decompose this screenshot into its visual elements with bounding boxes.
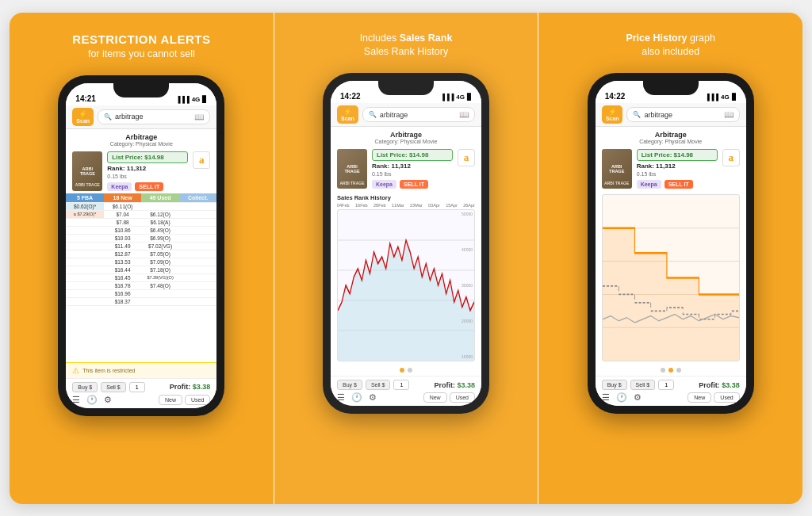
filter-icon-1[interactable]: ⚙ (104, 395, 112, 405)
product-area-1: Arbitrage Category: Physical Movie ARBIT… (66, 129, 216, 362)
cell: a $7.29(O)* (66, 211, 104, 218)
sell-button-2[interactable]: Sell $ (366, 380, 391, 390)
history-icon-1[interactable]: 🕐 (86, 395, 98, 405)
phone-3-notch (643, 81, 699, 95)
price-badge-2: List Price: $14.98 (372, 149, 453, 161)
product-info-2: List Price: $14.98 Rank: 11,312 0.15 lbs… (372, 149, 453, 189)
used-button-2[interactable]: Used (450, 392, 475, 403)
cell: $16.78 (104, 282, 142, 289)
table-row: $11.49 $7.02(VG) (66, 243, 216, 250)
cell: $12.87 (104, 250, 142, 258)
table-row: $10.93 $6.99(O) (66, 235, 216, 243)
cell (141, 290, 179, 297)
used-button-1[interactable]: Used (185, 395, 210, 405)
panel-restriction-alerts: RESTRICTION ALERTS for items you cannot … (10, 13, 274, 504)
table-row: $7.88 $6.18(A) (66, 219, 216, 227)
chart-dates-2: 04Feb 16Feb 28Feb 11Mar 23Mar 03Apr 15Ap… (337, 203, 475, 208)
nav-icons-1: ☰ 🕐 ⚙ (72, 395, 112, 405)
y-label-5: 50000 (462, 212, 473, 216)
restriction-bar-1: ⚠ This item is restricted (66, 362, 216, 378)
search-input-2[interactable]: 🔍 arbitrage 📖 (362, 107, 475, 122)
sellit-button-3[interactable]: SELL IT (665, 180, 693, 189)
cell: $6.18(A) (141, 219, 179, 226)
phone-1: 14:21 ▐▐▐ 4G ▊ ⚡ Scan 🔍 arbitrage (58, 75, 224, 416)
keepa-button-3[interactable]: Keepa (637, 180, 661, 189)
book-icon-2: 📖 (459, 110, 469, 119)
new-button-2[interactable]: New (423, 392, 447, 403)
nav-icons-2: ☰ 🕐 ⚙ (337, 392, 377, 403)
keepa-button-1[interactable]: Keepa (107, 182, 132, 191)
search-bar-2: ⚡ Scan 🔍 arbitrage 📖 (331, 103, 481, 127)
sell-button-3[interactable]: Sell $ (630, 380, 656, 390)
search-text-3: arbitrage (644, 111, 672, 119)
weight-3: 0.15 lbs (637, 171, 718, 177)
list-icon-3[interactable]: ☰ (602, 392, 610, 403)
weight-1: 0.15 lbs (107, 174, 188, 179)
nav-icons-3: ☰ 🕐 ⚙ (602, 392, 642, 403)
scan-button-2[interactable]: ⚡ Scan (337, 105, 358, 124)
action-buttons-2: Keepa SELL IT (372, 180, 453, 189)
table-row: $16.44 $7.18(O) (66, 266, 216, 274)
lightning-icon-3: ⚡ (608, 108, 617, 116)
list-icon-2[interactable]: ☰ (337, 392, 345, 403)
table-row: a $7.29(O)* $7.04 $6.12(O) (66, 211, 216, 219)
qty-input-3[interactable]: 1 (658, 380, 674, 390)
status-time-1: 14:21 (75, 94, 96, 103)
buy-button-3[interactable]: Buy $ (602, 380, 627, 390)
list-icon-1[interactable]: ☰ (72, 395, 80, 405)
buy-button-1[interactable]: Buy $ (72, 382, 98, 392)
profit-label-2: Profit: (434, 381, 455, 389)
scan-button-3[interactable]: ⚡ Scan (602, 105, 623, 124)
cell (66, 243, 104, 250)
cell (66, 266, 104, 273)
table-row: $16.78 $7.48(O) (66, 282, 216, 290)
qty-input-2[interactable]: 1 (393, 380, 409, 390)
product-info-1: List Price: $14.98 Rank: 11,312 0.15 lbs… (107, 151, 188, 191)
filter-icon-2[interactable]: ⚙ (369, 392, 377, 403)
nav-btn-group-1: New Used (159, 395, 210, 405)
offers-table-1: 5 FBA 18 New 49 Used Collect. $0.62(O)* … (66, 193, 216, 362)
history-icon-2[interactable]: 🕐 (351, 392, 362, 403)
status-time-2: 14:22 (340, 92, 361, 101)
search-input-1[interactable]: 🔍 arbitrage 📖 (98, 109, 210, 124)
dot-inactive-3a (661, 368, 665, 373)
cell: $6.99(O) (141, 235, 179, 242)
filter-icon-3[interactable]: ⚙ (634, 392, 642, 403)
cell (179, 243, 217, 250)
product-image-2: ARBITRAGE (337, 149, 367, 189)
dot-indicators-3 (596, 365, 746, 376)
phone-3-screen: 14:22 ▐▐▐ 4G ▊ ⚡ Scan 🔍 arbitrage (596, 81, 746, 406)
price-chart-section-3 (596, 191, 746, 365)
cell: $6.12(O) (141, 211, 179, 218)
date-5: 23Mar (410, 203, 423, 208)
dot-active-3 (668, 368, 673, 373)
panel-1-title-sub: for items you cannot sell (72, 48, 210, 61)
history-icon-3[interactable]: 🕐 (616, 392, 627, 403)
product-header-1: Arbitrage Category: Physical Movie (66, 129, 216, 149)
sellit-button-1[interactable]: SELL IT (135, 182, 163, 191)
amazon-logo-2: a (458, 149, 475, 166)
lightning-icon-2: ⚡ (343, 108, 352, 116)
chart-y-labels: 50000 40000 30000 20000 10000 (462, 210, 473, 361)
used-button-3[interactable]: Used (714, 392, 739, 403)
chart-title-2: Sales Rank History (337, 194, 475, 201)
keepa-button-2[interactable]: Keepa (372, 180, 396, 189)
sell-button-1[interactable]: Sell $ (101, 382, 126, 392)
cell: $7.05(O) (141, 250, 179, 258)
product-header-3: Arbitrage Category: Physical Movie (596, 127, 746, 147)
search-input-3[interactable]: 🔍 arbitrage 📖 (626, 107, 739, 122)
cell: $10.93 (104, 235, 142, 242)
sellit-button-2[interactable]: SELL IT (400, 180, 428, 189)
buy-button-2[interactable]: Buy $ (337, 380, 362, 390)
rank-3: Rank: 11,312 (637, 162, 718, 170)
date-7: 15Apr (446, 203, 458, 208)
phone-2-screen: 14:22 ▐▐▐ 4G ▊ ⚡ Scan 🔍 arbitrage (331, 81, 481, 406)
scan-button-1[interactable]: ⚡ Scan (72, 108, 94, 126)
qty-input-1[interactable]: 1 (129, 382, 145, 392)
cell (179, 290, 217, 297)
panel-price-history: Price History graph also included 14:22 … (538, 13, 802, 504)
status-icons-3: ▐▐▐ 4G ▊ (705, 94, 737, 101)
new-button-3[interactable]: New (688, 392, 711, 403)
bottom-bar-1: Buy $ Sell $ 1 Profit: $3.38 ☰ 🕐 ⚙ (66, 378, 216, 408)
new-button-1[interactable]: New (159, 395, 182, 405)
